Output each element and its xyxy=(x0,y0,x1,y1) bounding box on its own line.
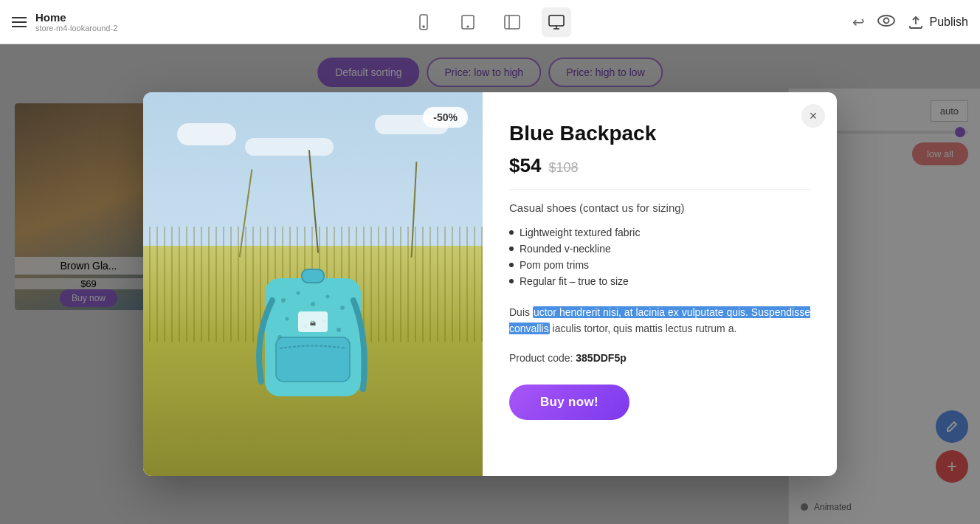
description-plain-start: Duis xyxy=(509,306,533,318)
topbar: Home store-m4-lookaround-2 xyxy=(0,0,980,44)
topbar-right: ↩ Publish xyxy=(821,13,968,31)
product-code-label: Product code: xyxy=(509,352,573,364)
feature-4: Regular fit – true to size xyxy=(509,273,810,289)
svg-point-3 xyxy=(467,26,469,27)
svg-rect-26 xyxy=(302,269,324,283)
svg-point-15 xyxy=(326,295,330,299)
bullet-1 xyxy=(509,230,514,235)
product-name: Blue Backpack xyxy=(509,122,810,145)
hamburger-menu[interactable] xyxy=(12,17,27,27)
bullet-3 xyxy=(509,263,514,267)
feature-3: Pom pom trims xyxy=(509,257,810,273)
bullet-2 xyxy=(509,247,514,251)
svg-text:🏔: 🏔 xyxy=(310,320,316,327)
features-list: Lightweight textured fabric Rounded v-ne… xyxy=(509,224,810,289)
svg-point-1 xyxy=(423,26,424,27)
device-switcher xyxy=(159,7,821,37)
preview-button[interactable] xyxy=(877,13,896,30)
publish-button[interactable]: Publish xyxy=(908,15,968,29)
topbar-left: Home store-m4-lookaround-2 xyxy=(12,11,159,32)
svg-rect-27 xyxy=(276,337,350,382)
svg-point-12 xyxy=(281,298,286,303)
product-code-row: Product code: 385DDF5p xyxy=(509,352,810,364)
cloud-2 xyxy=(245,138,334,156)
svg-point-13 xyxy=(297,292,300,295)
publish-label: Publish xyxy=(930,15,968,29)
backpack-image: 🏔 xyxy=(239,241,387,418)
product-subtitle: Casual shoes (contact us for sizing) xyxy=(509,201,810,214)
discount-badge: -50% xyxy=(423,107,468,128)
modal-overlay[interactable]: × xyxy=(0,44,980,524)
modal-content: Blue Backpack $54 $108 Casual shoes (con… xyxy=(483,92,837,476)
svg-point-9 xyxy=(878,15,894,26)
device-desktop[interactable] xyxy=(542,7,571,37)
feature-2: Rounded v-neckline xyxy=(509,241,810,257)
modal-buy-button[interactable]: Buy now! xyxy=(509,385,629,420)
svg-rect-4 xyxy=(505,15,520,29)
site-title: Home xyxy=(35,11,117,24)
feature-1: Lightweight textured fabric xyxy=(509,224,810,241)
product-modal: × xyxy=(143,92,837,476)
price-original: $108 xyxy=(548,160,578,176)
undo-button[interactable]: ↩ xyxy=(852,13,865,31)
backpack-background: 🏔 -50% xyxy=(143,92,483,476)
price-current: $54 xyxy=(509,154,541,177)
close-icon: × xyxy=(810,108,818,124)
description-plain-end: iaculis tortor, quis mattis lectus rutru… xyxy=(550,323,737,334)
product-image-container: 🏔 -50% xyxy=(143,92,483,476)
svg-point-16 xyxy=(340,306,345,310)
site-subtitle: store-m4-lookaround-2 xyxy=(35,24,117,32)
bullet-4 xyxy=(509,279,514,283)
product-description: Duis uctor hendrerit nisi, at lacinia ex… xyxy=(509,304,810,337)
device-sidebar[interactable] xyxy=(497,7,527,37)
device-mobile[interactable] xyxy=(409,7,438,37)
svg-point-14 xyxy=(311,302,315,306)
cloud-1 xyxy=(177,123,236,145)
svg-point-10 xyxy=(883,18,888,24)
svg-rect-6 xyxy=(549,15,564,26)
product-code-value: 385DDF5p xyxy=(576,352,626,364)
svg-point-20 xyxy=(337,328,341,332)
device-tablet[interactable] xyxy=(453,7,483,37)
svg-point-17 xyxy=(286,317,289,321)
modal-close-button[interactable]: × xyxy=(801,104,825,128)
topbar-title: Home store-m4-lookaround-2 xyxy=(35,11,117,32)
price-row: $54 $108 xyxy=(509,154,810,190)
